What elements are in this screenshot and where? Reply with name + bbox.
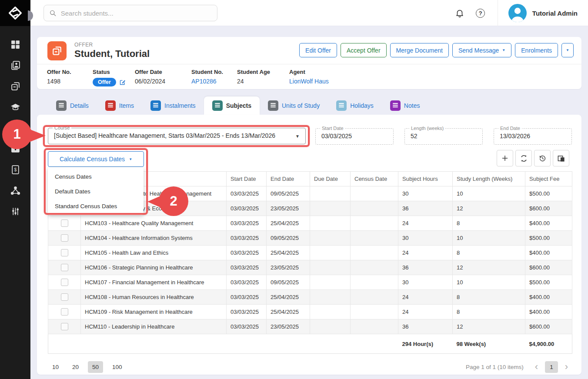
dashboard-icon — [10, 39, 21, 50]
row-checkbox[interactable] — [61, 323, 68, 330]
column-header[interactable]: Subject Hours — [398, 172, 453, 186]
notifications-button[interactable] — [452, 6, 467, 20]
row-checkbox[interactable] — [61, 308, 68, 316]
start-date-cell: 03/03/2025 — [227, 319, 267, 334]
census-date-cell — [351, 305, 398, 319]
tab-items[interactable]: Items — [97, 96, 142, 115]
agent-link[interactable]: LionWolf Haus — [289, 78, 329, 85]
study-length-cell: 12 — [453, 201, 525, 216]
row-checkbox[interactable] — [61, 279, 68, 286]
status-badge[interactable]: Offer — [93, 78, 116, 86]
search-input[interactable] — [61, 10, 212, 17]
column-header[interactable]: End Date — [267, 172, 310, 186]
help-icon: ? — [476, 9, 485, 18]
tab-instalments[interactable]: Instalments — [142, 96, 204, 115]
due-date-cell — [310, 290, 351, 305]
column-header[interactable]: Start Date — [227, 172, 267, 186]
enrolments-button[interactable]: Enrolments — [515, 43, 558, 57]
refresh-button[interactable] — [515, 150, 532, 166]
grid-totals: 294 Hour(s) 98 Week(s) $4,900.00 — [48, 334, 572, 354]
chevron-down-icon: ▼ — [295, 134, 300, 139]
row-checkbox[interactable] — [61, 249, 68, 256]
send-message-button[interactable]: Send Message▼ — [452, 43, 511, 57]
subject-cell: HCM104 - Healthcare Information Systems — [81, 231, 227, 246]
details-tab-icon — [56, 100, 67, 111]
topbar-divider — [498, 0, 498, 26]
student-age-value: 24 — [237, 78, 289, 85]
subject-hours-cell: 24 — [398, 246, 453, 260]
column-chooser-button[interactable] — [553, 150, 569, 166]
refresh-icon — [520, 154, 528, 163]
row-checkbox[interactable] — [61, 293, 68, 301]
subject-hours-cell: 24 — [398, 290, 453, 305]
tab-notes[interactable]: Notes — [382, 96, 428, 115]
column-header[interactable]: Subject Fee — [525, 172, 572, 186]
offer-no-label: Offer No. — [47, 69, 93, 75]
current-page-button[interactable]: 1 — [545, 361, 558, 373]
prev-page-button[interactable]: ‹ — [532, 362, 541, 372]
column-header[interactable]: Census Date — [351, 172, 398, 186]
user-icon — [508, 4, 527, 22]
census-date-cell — [351, 290, 398, 305]
sidebar-item-invoices[interactable]: $ — [5, 159, 26, 180]
avatar[interactable] — [508, 4, 527, 22]
merge-document-button[interactable]: Merge Document — [390, 43, 449, 57]
tab-units-of-study[interactable]: Units of Study — [260, 96, 328, 115]
due-date-cell — [310, 246, 351, 260]
student-age-label: Student Age — [237, 69, 289, 75]
menu-item-census-dates[interactable]: Census Dates — [48, 169, 144, 184]
user-name[interactable]: Tutorial Admin — [532, 10, 578, 17]
sidebar-item-students[interactable] — [5, 55, 26, 76]
row-checkbox[interactable] — [61, 234, 68, 242]
revert-button[interactable] — [534, 150, 551, 166]
edit-status-icon[interactable] — [119, 79, 126, 86]
table-row: HCM105 - Health Law and Ethics03/03/2025… — [48, 246, 572, 260]
sidebar-item-dashboard[interactable] — [5, 34, 26, 55]
row-checkbox[interactable] — [61, 264, 68, 271]
student-no-label: Student No. — [191, 69, 237, 75]
sidebar-item-agents[interactable] — [5, 180, 26, 201]
column-header[interactable]: Study Length (Weeks) — [453, 172, 525, 186]
annotation-pin-1-number: 1 — [2, 120, 32, 149]
sidebar-item-settings[interactable] — [5, 201, 26, 222]
student-search[interactable] — [43, 5, 217, 21]
sidebar-item-offers[interactable] — [5, 76, 26, 96]
page-size-50[interactable]: 50 — [88, 361, 103, 373]
history-icon — [538, 154, 547, 163]
student-no-link[interactable]: AP10286 — [191, 78, 237, 85]
page-size-20[interactable]: 20 — [68, 361, 83, 373]
tab-details[interactable]: Details — [48, 96, 97, 115]
sidebar-item-courses[interactable] — [5, 96, 26, 117]
study-length-cell: 10 — [453, 231, 525, 246]
help-button[interactable]: ? — [473, 6, 488, 20]
subject-fee-cell: $600.00 — [525, 319, 572, 334]
row-checkbox-cell — [48, 216, 81, 231]
course-select[interactable]: Course [Subject Based] Healthcare Manage… — [48, 128, 306, 144]
page-size-10[interactable]: 10 — [48, 361, 63, 373]
pagination: 102050100 Page 1 of 1 (10 items) ‹ 1 › — [48, 359, 571, 375]
tab-holidays[interactable]: Holidays — [328, 96, 382, 115]
more-actions-button[interactable]: ▼ — [561, 43, 574, 57]
row-checkbox-cell — [48, 231, 81, 246]
due-date-cell — [310, 201, 351, 216]
row-checkbox[interactable] — [61, 219, 68, 227]
calculate-census-dates-button[interactable]: Calculate Census Dates▼ — [48, 151, 144, 167]
add-row-button[interactable] — [497, 150, 513, 166]
svg-text:$: $ — [14, 167, 17, 172]
menu-item-standard-census-dates[interactable]: Standard Census Dates — [48, 199, 144, 213]
page-size-100[interactable]: 100 — [108, 361, 127, 373]
holidays-tab-icon — [336, 100, 347, 111]
tab-subjects[interactable]: Subjects — [204, 96, 260, 115]
row-checkbox-cell — [48, 305, 81, 319]
next-page-button[interactable]: › — [562, 362, 571, 372]
due-date-cell — [310, 186, 351, 201]
accept-offer-button[interactable]: Accept Offer — [341, 43, 387, 57]
column-header[interactable]: Due Date — [310, 172, 351, 186]
end-date-cell: 23/05/2025 — [267, 260, 310, 275]
start-date-cell: 03/03/2025 — [227, 260, 267, 275]
edit-offer-button[interactable]: Edit Offer — [299, 43, 337, 57]
start-date-cell: 03/03/2025 — [227, 201, 267, 216]
tab-label: Holidays — [350, 102, 374, 109]
status-label: Status — [93, 69, 135, 75]
menu-item-default-dates[interactable]: Default Dates — [48, 184, 144, 199]
